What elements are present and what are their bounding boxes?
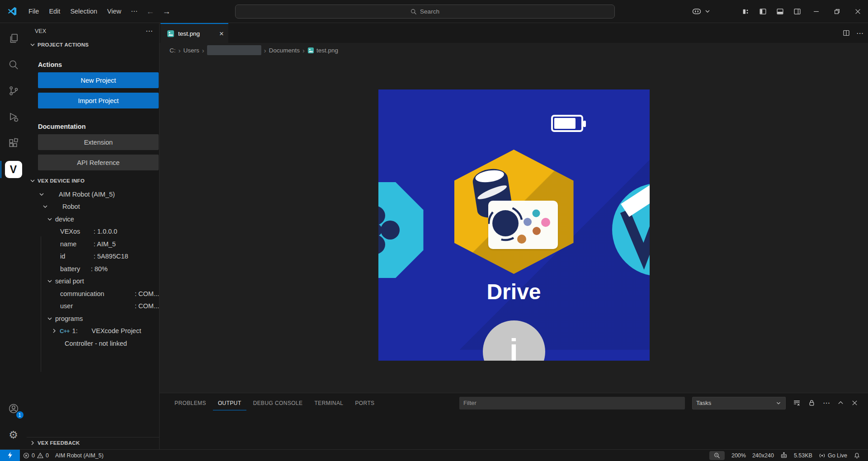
output-channel-select[interactable]: Tasks [692, 397, 786, 409]
tab-close-icon[interactable]: × [219, 30, 224, 38]
test-png-image[interactable]: Drive i [378, 89, 650, 361]
vex-extension-icon[interactable]: V [3, 159, 24, 180]
extensions-icon[interactable] [3, 132, 24, 154]
section-project-actions[interactable]: PROJECT ACTIONS [27, 39, 159, 50]
warning-icon [37, 452, 43, 459]
section-vex-feedback[interactable]: VEX FEEDBACK [27, 437, 159, 448]
tree-item[interactable]: AIM Robot (AIM_5) [27, 188, 159, 201]
image-preview-canvas: Drive i [160, 57, 868, 393]
toggle-secondary-sidebar-icon[interactable] [790, 5, 804, 18]
source-control-icon[interactable] [3, 80, 24, 102]
tree-item-value: : COM... [135, 302, 159, 310]
toggle-panel-icon[interactable] [773, 5, 787, 18]
copilot-button[interactable] [688, 5, 710, 18]
tree-item[interactable]: Controller - not linked [27, 337, 159, 350]
new-project-button[interactable]: New Project [38, 72, 159, 88]
tree-item[interactable]: serial port [27, 275, 159, 288]
close-window-button[interactable] [847, 0, 868, 23]
tab-test-png[interactable]: test.png × [160, 23, 228, 43]
command-center-search[interactable]: Search [235, 5, 615, 19]
tree-item[interactable]: user: COM... [27, 300, 159, 313]
tree-item[interactable]: VEXos: 1.0.0.0 [27, 226, 159, 238]
lock-icon[interactable] [808, 399, 816, 407]
sorter-card-icon [488, 201, 558, 249]
clear-output-icon[interactable] [793, 399, 801, 407]
tree-item[interactable]: device [27, 213, 159, 226]
editor-more-actions-icon[interactable]: ⋯ [856, 29, 863, 38]
panel-tab-terminal[interactable]: TERMINAL [310, 395, 349, 410]
explorer-icon[interactable] [3, 28, 24, 49]
menu-item-edit[interactable]: Edit [44, 5, 65, 17]
api-reference-button[interactable]: API Reference [38, 155, 159, 170]
customize-layout-icon[interactable] [739, 5, 752, 18]
connected-device-status[interactable]: AIM Robot (AIM_5) [52, 450, 107, 461]
run-debug-icon[interactable] [3, 106, 24, 128]
image-zoom-icon[interactable] [709, 451, 725, 460]
panel-more-actions-icon[interactable]: ⋯ [823, 399, 830, 407]
tree-item[interactable]: C++1:VEXcode Project [27, 325, 159, 338]
menu-item-view[interactable]: View [102, 5, 126, 17]
breadcrumb-drive[interactable]: C: [170, 47, 176, 54]
section-device-info[interactable]: VEX DEVICE INFO [27, 175, 159, 186]
tree-item-label: battery [60, 265, 91, 273]
search-icon [410, 9, 417, 15]
tree-item-label: programs [55, 315, 83, 322]
toggle-primary-sidebar-icon[interactable] [756, 5, 769, 18]
zoom-level-status[interactable]: 200% [728, 450, 749, 461]
menu-item-file[interactable]: File [24, 5, 44, 17]
tree-item[interactable]: Robot [27, 201, 159, 213]
notifications-bell-icon[interactable] [850, 450, 863, 461]
panel-tab-problems[interactable]: PROBLEMS [170, 395, 211, 410]
minimize-button[interactable] [806, 0, 826, 23]
panel-tab-output[interactable]: OUTPUT [213, 395, 246, 410]
tree-item-label: serial port [55, 278, 84, 285]
file-size-status[interactable]: 5.53KB [791, 450, 816, 461]
error-icon [23, 452, 29, 459]
robot-status-icon[interactable] [777, 450, 791, 461]
chevron-down-icon [775, 400, 782, 406]
nav-forward-button[interactable]: → [158, 7, 175, 16]
breadcrumb: C: › Users › › Documents › test.png [160, 43, 868, 57]
panel-tab-debug-console[interactable]: DEBUG CONSOLE [248, 395, 308, 410]
tree-item[interactable]: battery: 80% [27, 263, 159, 275]
tree-item-label: name [60, 240, 94, 248]
menu-item-selection[interactable]: Selection [65, 5, 102, 17]
breadcrumb-file[interactable]: test.png [316, 47, 338, 54]
close-panel-icon[interactable] [851, 400, 858, 406]
menu-more-button[interactable]: ⋯ [126, 5, 142, 18]
device-tree: AIM Robot (AIM_5)RobotdeviceVEXos: 1.0.0… [27, 188, 159, 350]
vscode-logo-icon [7, 6, 17, 16]
nav-back-button[interactable]: ← [142, 7, 158, 16]
settings-gear-icon[interactable]: ⚙ [3, 424, 24, 446]
breadcrumb-documents[interactable]: Documents [269, 47, 300, 54]
tree-item[interactable]: communication: COM... [27, 287, 159, 300]
extension-doc-button[interactable]: Extension [38, 134, 159, 150]
restore-button[interactable] [826, 0, 847, 23]
search-sidebar-icon[interactable] [3, 54, 24, 75]
panel-tab-ports[interactable]: PORTS [350, 395, 379, 410]
import-project-button[interactable]: Import Project [38, 93, 159, 108]
tree-item-label: AIM Robot (AIM_5) [59, 191, 115, 198]
account-icon[interactable]: 1 [3, 398, 24, 419]
split-editor-icon[interactable] [843, 29, 850, 37]
remote-indicator[interactable] [0, 450, 20, 461]
actions-label: Actions [38, 61, 159, 68]
problems-status[interactable]: 0 0 [20, 450, 52, 461]
tree-item-label: Controller - not linked [65, 340, 127, 347]
output-filter-input[interactable] [459, 397, 685, 409]
active-indicator [0, 161, 1, 178]
chevron-down-icon [42, 203, 49, 210]
chevron-down-icon [46, 315, 53, 322]
sidebar-more-actions[interactable]: ⋯ [146, 27, 153, 35]
tree-item[interactable]: programs [27, 312, 159, 325]
tree-item[interactable]: name: AIM_5 [27, 238, 159, 250]
image-dimensions-status[interactable]: 240x240 [749, 450, 777, 461]
go-live-status[interactable]: Go Live [816, 450, 850, 461]
copilot-icon [690, 5, 703, 18]
breadcrumb-separator: › [202, 47, 205, 54]
editor-group: test.png × ⋯ C: › Users › › Documents › … [160, 23, 868, 393]
breadcrumb-users[interactable]: Users [184, 47, 199, 54]
maximize-panel-icon[interactable] [837, 400, 844, 406]
breadcrumb-redacted-user[interactable] [207, 45, 261, 55]
tree-item[interactable]: id: 5A895C18 [27, 250, 159, 263]
